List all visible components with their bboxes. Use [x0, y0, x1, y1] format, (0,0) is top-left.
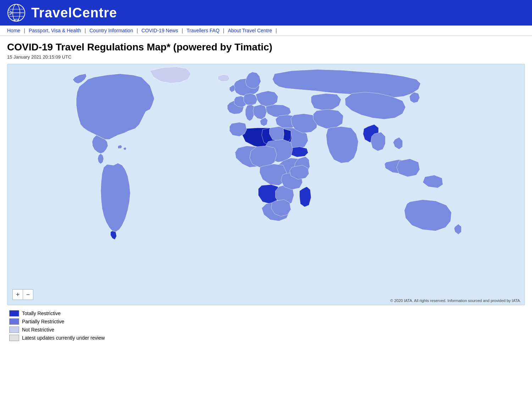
- legend-swatch-not-restrictive: [9, 327, 19, 333]
- legend-item-under-review: Latest updates currently under review: [9, 335, 525, 341]
- nav-passport[interactable]: Passport, Visa & Health: [27, 28, 83, 33]
- zoom-out-button[interactable]: −: [23, 290, 33, 300]
- legend-item-totally-restrictive: Totally Restrictive: [9, 310, 525, 317]
- legend-item-partially-restrictive: Partially Restrictive: [9, 318, 525, 325]
- page-content: COVID-19 Travel Regulations Map* (powere…: [0, 36, 532, 348]
- map-container[interactable]: + − © 2020 IATA. All rights reserved. In…: [7, 64, 525, 305]
- legend-swatch-partially-restrictive: [9, 318, 19, 325]
- nav-sep-4: |: [180, 28, 184, 33]
- nav-sep-1: |: [22, 28, 27, 33]
- page-timestamp: 15 January 2021 20:15:09 UTC: [7, 54, 525, 60]
- legend-label-partially-restrictive: Partially Restrictive: [22, 319, 64, 324]
- main-nav: Home | Passport, Visa & Health | Country…: [0, 26, 532, 36]
- legend-swatch-totally-restrictive: [9, 310, 19, 317]
- nav-sep-5: |: [222, 28, 226, 33]
- nav-sep-6: |: [274, 28, 278, 33]
- legend-label-under-review: Latest updates currently under review: [22, 335, 105, 341]
- site-header: IATA TravelCentre: [0, 0, 532, 26]
- svg-text:IATA: IATA: [13, 18, 19, 21]
- iata-logo-icon: IATA: [7, 4, 26, 22]
- legend-item-not-restrictive: Not Restrictive: [9, 327, 525, 333]
- nav-about[interactable]: About Travel Centre: [226, 28, 274, 33]
- nav-sep-2: |: [83, 28, 88, 33]
- site-title: TravelCentre: [31, 5, 117, 21]
- map-copyright: © 2020 IATA. All rights reserved. Inform…: [390, 298, 521, 303]
- legend-label-not-restrictive: Not Restrictive: [22, 327, 54, 333]
- nav-sep-3: |: [135, 28, 139, 33]
- page-title: COVID-19 Travel Regulations Map* (powere…: [7, 42, 525, 53]
- nav-faq[interactable]: Travellers FAQ: [184, 28, 222, 33]
- nav-country[interactable]: Country Information: [87, 28, 135, 33]
- world-map-svg: [7, 64, 525, 305]
- legend-swatch-under-review: [9, 335, 19, 341]
- zoom-in-button[interactable]: +: [13, 290, 23, 300]
- map-legend: Totally Restrictive Partially Restrictiv…: [7, 310, 525, 341]
- nav-covid[interactable]: COVID-19 News: [139, 28, 180, 33]
- zoom-controls: + −: [12, 289, 33, 300]
- legend-label-totally-restrictive: Totally Restrictive: [22, 311, 61, 316]
- nav-home[interactable]: Home: [5, 28, 22, 33]
